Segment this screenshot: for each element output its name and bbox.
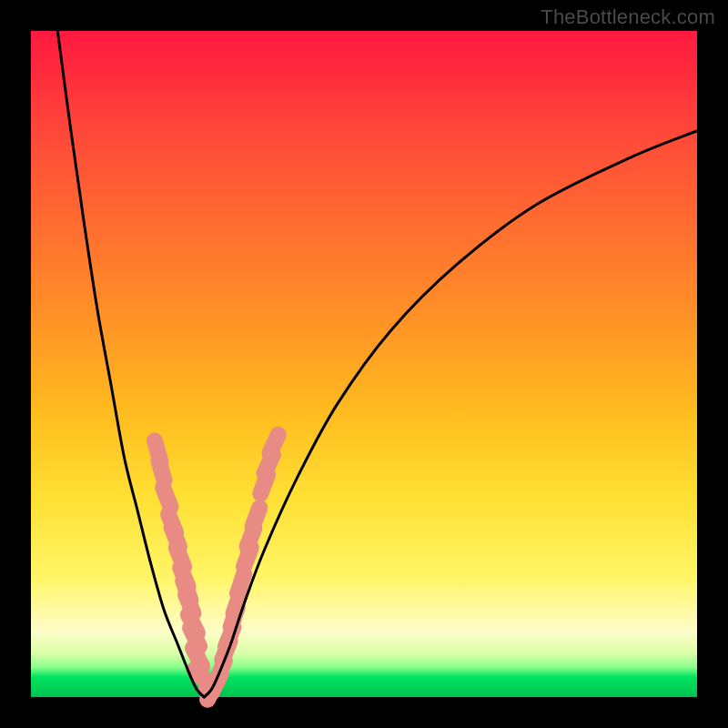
- chart-lines-group: [57, 31, 697, 697]
- chart-marker: [158, 460, 164, 480]
- chart-stage: TheBottleneck.com: [0, 0, 728, 728]
- chart-markers-group: [155, 435, 278, 700]
- watermark-text: TheBottleneck.com: [541, 5, 715, 29]
- chart-marker: [163, 488, 170, 507]
- chart-marker: [194, 670, 208, 684]
- chart-marker: [270, 435, 278, 453]
- chart-svg: [31, 31, 697, 697]
- chart-curve-right-curve: [204, 131, 697, 697]
- chart-marker: [238, 574, 244, 593]
- chart-plot-area: [31, 31, 697, 697]
- chart-marker: [252, 508, 259, 527]
